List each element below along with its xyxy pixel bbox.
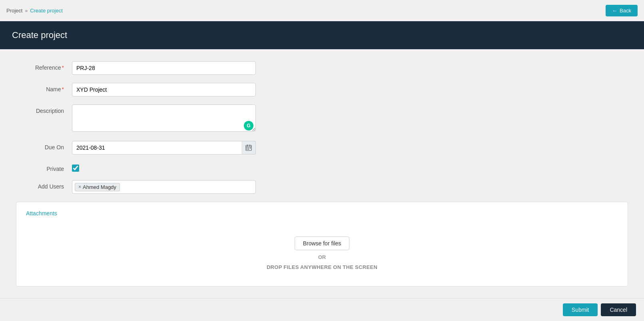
private-row: Private [16, 163, 376, 172]
attachments-section: Attachments Browse for files OR DROP FIL… [16, 202, 628, 287]
description-label: Description [16, 104, 72, 114]
breadcrumb-arrow: » [25, 8, 28, 14]
description-wrapper: G [72, 104, 256, 133]
name-required: * [62, 86, 64, 92]
date-wrapper [72, 141, 256, 154]
calendar-icon [245, 144, 252, 151]
tag-remove-icon[interactable]: × [78, 184, 81, 190]
cancel-button[interactable]: Cancel [601, 303, 636, 316]
users-text-input[interactable] [122, 184, 253, 190]
submit-button[interactable]: Submit [563, 303, 598, 316]
reference-required: * [62, 64, 64, 71]
name-input[interactable] [72, 83, 256, 96]
svg-rect-6 [250, 148, 251, 148]
private-label: Private [16, 163, 72, 172]
user-tag[interactable]: × Ahmed Magdy [75, 183, 120, 191]
create-project-form: Reference* Name* Description G Due On [16, 61, 628, 194]
page-header: Create project [0, 21, 644, 49]
add-users-row: Add Users × Ahmed Magdy [16, 180, 376, 194]
or-text: OR [318, 254, 326, 260]
page-title: Create project [12, 30, 632, 40]
svg-rect-4 [247, 148, 247, 148]
reference-label: Reference* [16, 61, 72, 71]
users-tags-input[interactable]: × Ahmed Magdy [72, 180, 256, 194]
svg-rect-7 [247, 149, 247, 150]
grammarly-icon[interactable]: G [244, 121, 253, 130]
drop-files-text: DROP FILES ANYWHERE ON THE SCREEN [267, 264, 377, 270]
breadcrumb-current[interactable]: Create project [30, 8, 63, 14]
private-checkbox-wrapper [72, 163, 79, 172]
svg-rect-8 [248, 149, 249, 150]
due-on-label: Due On [16, 141, 72, 150]
attachments-title[interactable]: Attachments [26, 210, 618, 217]
due-on-row: Due On [16, 141, 376, 154]
back-button-label: Back [620, 8, 631, 14]
calendar-button[interactable] [241, 141, 256, 154]
name-label: Name* [16, 83, 72, 92]
breadcrumb-project[interactable]: Project [6, 8, 22, 14]
reference-row: Reference* [16, 61, 376, 75]
description-input[interactable] [72, 104, 256, 132]
footer-bar: Submit Cancel [0, 298, 644, 321]
user-tag-label: Ahmed Magdy [83, 184, 116, 190]
back-arrow-icon: ← [612, 8, 617, 14]
main-content: Reference* Name* Description G Due On [0, 49, 644, 299]
reference-input[interactable] [72, 61, 256, 75]
drop-zone: Browse for files OR DROP FILES ANYWHERE … [26, 225, 618, 278]
private-checkbox[interactable] [72, 165, 79, 172]
browse-files-button[interactable]: Browse for files [295, 237, 350, 250]
top-bar: Project » Create project ← Back [0, 0, 644, 21]
back-button[interactable]: ← Back [606, 5, 638, 16]
name-row: Name* [16, 83, 376, 96]
description-row: Description G [16, 104, 376, 133]
add-users-label: Add Users [16, 180, 72, 190]
svg-rect-5 [248, 148, 249, 148]
breadcrumb: Project » Create project [6, 8, 63, 14]
due-on-input[interactable] [72, 141, 256, 154]
